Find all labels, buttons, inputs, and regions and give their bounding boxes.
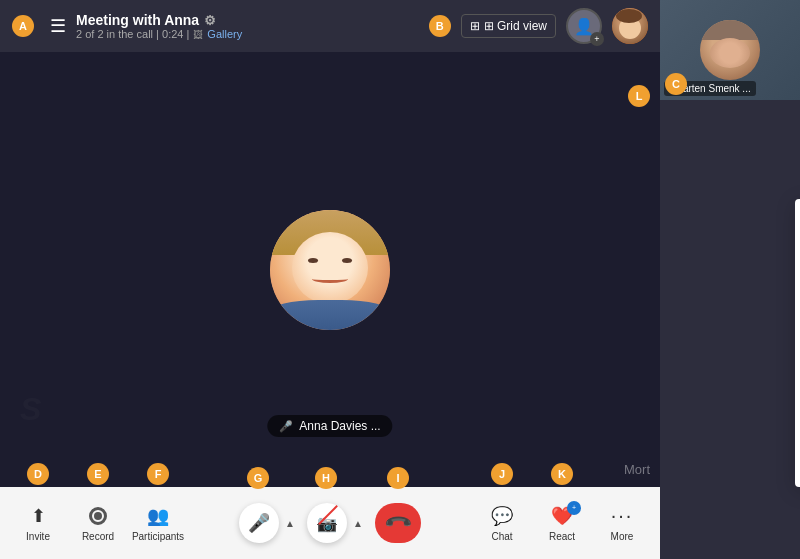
more-button[interactable]: ··· More — [594, 493, 650, 553]
chevron-up-icon-cam: ▲ — [353, 518, 363, 529]
toolbar-left: D ⬆ Invite E Record — [10, 493, 186, 553]
add-person-icon: 👤 — [574, 17, 594, 36]
grid-icon: ⊞ — [470, 19, 480, 33]
chat-label: Chat — [491, 531, 512, 542]
mort-label: Mort — [624, 462, 650, 477]
main-call-area: A ☰ Meeting with Anna ⚙ 2 of 2 in the ca… — [0, 0, 660, 559]
menu-item-audio-settings[interactable]: Audio and video settings — [795, 451, 800, 487]
menu-item-raise-hand[interactable]: Raise your hand — [795, 235, 800, 271]
participants-button[interactable]: 👥 Participants — [130, 493, 186, 553]
annotation-j: J — [491, 463, 513, 485]
grid-view-button[interactable]: ⊞ ⊞ Grid view — [461, 14, 556, 38]
camera-button[interactable]: 📷 — [307, 503, 347, 543]
annotation-f: F — [147, 463, 169, 485]
video-area: S — [0, 52, 660, 487]
annotation-g: G — [247, 467, 269, 489]
invite-button[interactable]: ⬆ Invite — [10, 493, 66, 553]
meeting-subtitle: 2 of 2 in the call | 0:24 | 🖼 Gallery — [76, 28, 242, 40]
menu-item-share-screen[interactable]: Share screen — [795, 199, 800, 235]
participants-icon: 👥 — [147, 505, 169, 527]
meeting-title: Meeting with Anna ⚙ — [76, 12, 242, 28]
annotation-i: I — [387, 467, 409, 489]
react-label: React — [549, 531, 575, 542]
invite-label: Invite — [26, 531, 50, 542]
chevron-up-icon: ▲ — [285, 518, 295, 529]
react-button[interactable]: ❤️ + React — [534, 493, 590, 553]
chat-icon: 💬 — [491, 505, 513, 527]
participants-label: Participants — [132, 531, 184, 542]
participant-name-badge: 🎤 Anna Davies ... — [267, 415, 392, 437]
grid-view-label: ⊞ Grid view — [484, 19, 547, 33]
meeting-info: Meeting with Anna ⚙ 2 of 2 in the call |… — [76, 12, 242, 40]
record-icon — [87, 505, 109, 527]
top-bar: A ☰ Meeting with Anna ⚙ 2 of 2 in the ca… — [0, 0, 660, 52]
annotation-d: D — [27, 463, 49, 485]
right-panel: C Maarten Smenk ... L — [660, 0, 800, 559]
gallery-icon: 🖼 — [193, 29, 203, 40]
invite-icon: ⬆ — [27, 505, 49, 527]
chat-button[interactable]: 💬 Chat — [474, 493, 530, 553]
annotation-c: C — [665, 73, 687, 95]
annotation-k: K — [551, 463, 573, 485]
menu-item-hold-call[interactable]: Hold call — [795, 415, 800, 451]
record-label: Record — [82, 531, 114, 542]
toolbar-center: G 🎤 ▲ H 📷 — [239, 503, 421, 543]
participant-tile: C Maarten Smenk ... — [660, 0, 800, 100]
mute-button[interactable]: 🎤 — [239, 503, 279, 543]
annotation-e: E — [87, 463, 109, 485]
mic-icon: 🎤 — [248, 512, 270, 534]
plus-badge: + — [590, 32, 602, 44]
annotation-h: H — [315, 467, 337, 489]
menu-item-subtitles[interactable]: Turn subtitles on — [795, 307, 800, 343]
subtitle-text: 2 of 2 in the call | 0:24 | — [76, 28, 189, 40]
mic-off-icon: 🎤 — [279, 420, 293, 433]
add-participant-button[interactable]: 👤 + — [566, 8, 602, 44]
toolbar-right: J 💬 Chat K ❤️ + React — [474, 493, 650, 553]
annotation-a: A — [12, 15, 34, 37]
menu-item-snapshot[interactable]: Take snapshot — [795, 271, 800, 307]
camera-chevron-button[interactable]: ▲ — [349, 503, 367, 543]
participant-name: Anna Davies ... — [299, 419, 380, 433]
user-avatar[interactable] — [612, 8, 648, 44]
more-label: More — [611, 531, 634, 542]
title-text: Meeting with Anna — [76, 12, 199, 28]
hamburger-icon[interactable]: ☰ — [50, 15, 66, 37]
add-participant-area: 👤 + — [566, 8, 602, 44]
top-bar-right: B ⊞ ⊞ Grid view 👤 + — [429, 8, 648, 44]
bottom-toolbar: D ⬆ Invite E Record — [0, 487, 660, 559]
end-call-icon: 📞 — [382, 507, 413, 538]
menu-item-incoming-video[interactable]: Turn off incoming video — [795, 379, 800, 415]
camera-icon: 📷 — [317, 514, 337, 533]
settings-icon[interactable]: ⚙ — [204, 13, 216, 28]
annotation-b: B — [429, 15, 451, 37]
menu-item-background[interactable]: Change background — [795, 343, 800, 379]
annotation-l: L — [628, 85, 650, 107]
skype-letter: S — [20, 391, 41, 427]
react-icon: ❤️ + — [551, 505, 573, 527]
more-icon: ··· — [611, 505, 633, 527]
participant-video — [270, 210, 390, 330]
skype-watermark: S — [20, 387, 60, 427]
mic-chevron-button[interactable]: ▲ — [281, 503, 299, 543]
end-call-button[interactable]: 📞 — [375, 503, 421, 543]
dropdown-menu: Share screen Raise your hand — [795, 199, 800, 487]
record-button[interactable]: Record — [70, 493, 126, 553]
gallery-label[interactable]: Gallery — [207, 28, 242, 40]
